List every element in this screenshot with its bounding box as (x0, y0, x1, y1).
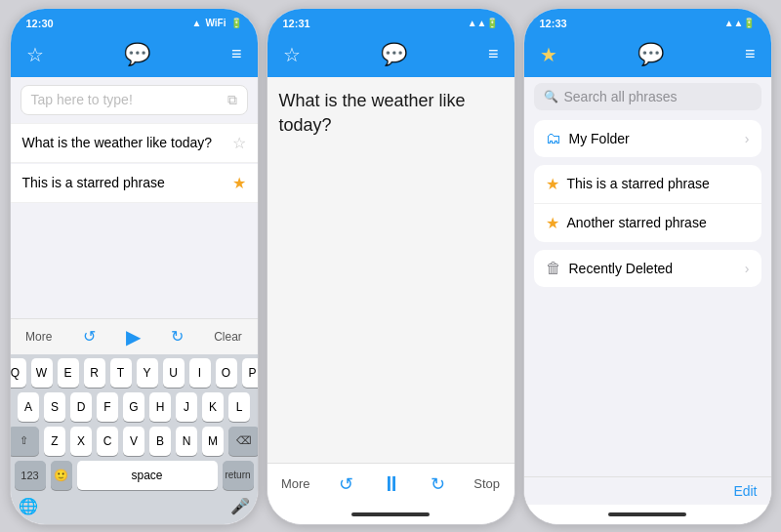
starred-item-1[interactable]: ★ This is a starred phrase (534, 165, 761, 204)
undo-button-1[interactable]: ↺ (83, 327, 96, 346)
key-space[interactable]: space (77, 461, 218, 490)
redo-button-2[interactable]: ↻ (431, 473, 445, 495)
header-1: ☆ 💬 ≡ (11, 36, 258, 77)
star-icon-1[interactable]: ☆ (26, 43, 44, 66)
star-icon-2[interactable]: ☆ (283, 43, 301, 66)
key-l[interactable]: L (228, 392, 250, 422)
phrase-list: What is the weather like today? ☆ This i… (11, 119, 258, 203)
key-c[interactable]: C (97, 427, 118, 456)
key-i[interactable]: I (189, 358, 211, 388)
kb-row-2: A S D F G H J K L (13, 392, 256, 422)
key-s[interactable]: S (44, 392, 65, 422)
display-text: What is the weather like today? (279, 89, 503, 138)
home-indicator-3 (608, 512, 686, 516)
key-p[interactable]: P (242, 358, 259, 388)
phrase-text-1: What is the weather like today? (22, 135, 213, 150)
message-icon-2[interactable]: 💬 (381, 42, 407, 67)
phrase-item-2[interactable]: This is a starred phrase ★ (11, 164, 258, 203)
menu-icon-1[interactable]: ≡ (231, 44, 242, 64)
copy-icon: ⧉ (227, 92, 237, 108)
pause-button-2[interactable]: ⏸ (381, 471, 402, 497)
starred-phrase-1: This is a starred phrase (567, 176, 710, 191)
starred-item-2[interactable]: ★ Another starred phrase (534, 204, 761, 242)
star-selected-2[interactable]: ★ (232, 174, 246, 192)
phone-2: 12:31 ▲▲🔋 ☆ 💬 ≡ What is the weather like… (267, 8, 515, 525)
key-m[interactable]: M (202, 427, 224, 456)
stop-button-2[interactable]: Stop (473, 476, 500, 491)
message-icon-1[interactable]: 💬 (124, 42, 150, 67)
key-x[interactable]: X (70, 427, 92, 456)
search-placeholder-3: Search all phrases (564, 89, 678, 104)
star-unselected-1[interactable]: ☆ (232, 134, 246, 152)
recently-deleted-item[interactable]: 🗑 Recently Deleted › (534, 250, 761, 287)
phrase-text-2: This is a starred phrase (22, 175, 165, 190)
key-o[interactable]: O (216, 358, 237, 388)
chevron-icon-folder: › (745, 131, 750, 146)
menu-icon-3[interactable]: ≡ (745, 44, 756, 64)
key-k[interactable]: K (202, 392, 224, 422)
key-f[interactable]: F (97, 392, 118, 422)
status-bar-1: 12:30 ▲ WiFi 🔋 (11, 9, 258, 36)
time-3: 12:33 (540, 18, 567, 29)
play-button-1[interactable]: ▶ (126, 325, 141, 348)
key-return[interactable]: return (223, 461, 254, 490)
recently-deleted-label: Recently Deleted (569, 261, 737, 276)
key-h[interactable]: H (149, 392, 171, 422)
key-u[interactable]: U (163, 358, 185, 388)
phone-1: 12:30 ▲ WiFi 🔋 ☆ 💬 ≡ Tap here to type! ⧉… (10, 8, 259, 525)
key-t[interactable]: T (110, 358, 132, 388)
starred-phrase-2: Another starred phrase (567, 215, 707, 230)
message-icon-3[interactable]: 💬 (637, 42, 664, 67)
key-123[interactable]: 123 (15, 461, 46, 490)
more-button-1[interactable]: More (25, 330, 52, 344)
key-z[interactable]: Z (44, 427, 65, 456)
key-a[interactable]: A (18, 392, 39, 422)
edit-button[interactable]: Edit (733, 483, 757, 499)
home-indicator-2 (351, 512, 430, 516)
keyboard-1: Q W E R T Y U I O P A S D F G H J K L (11, 354, 258, 524)
phrase-item-1[interactable]: What is the weather like today? ☆ (11, 123, 258, 163)
folder-icon: 🗂 (546, 130, 561, 147)
mic-icon[interactable]: 🎤 (230, 497, 250, 515)
time-1: 12:30 (26, 18, 54, 29)
status-bar-3: 12:33 ▲▲🔋 (524, 9, 771, 36)
key-b[interactable]: B (149, 427, 171, 456)
key-d[interactable]: D (70, 392, 92, 422)
status-icons-1: ▲ WiFi 🔋 (192, 18, 242, 28)
star-icon-3[interactable]: ★ (540, 43, 557, 66)
kb-row-3: ⇧ Z X C V B N M ⌫ (13, 427, 256, 456)
key-g[interactable]: G (123, 392, 144, 422)
home-bar-3 (524, 505, 771, 524)
clear-button-1[interactable]: Clear (214, 330, 242, 344)
controls-bar-1: More ↺ ▶ ↻ Clear (11, 318, 258, 354)
starred-section: ★ This is a starred phrase ★ Another sta… (534, 165, 761, 242)
trash-icon: 🗑 (546, 260, 561, 277)
star-icon-starred-1: ★ (546, 175, 559, 193)
menu-icon-2[interactable]: ≡ (488, 44, 499, 64)
status-bar-2: 12:31 ▲▲🔋 (267, 9, 514, 36)
header-2: ☆ 💬 ≡ (267, 36, 514, 77)
key-emoji[interactable]: 🙂 (51, 461, 72, 490)
key-n[interactable]: N (176, 427, 197, 456)
status-icons-3: ▲▲🔋 (724, 18, 756, 28)
star-icon-starred-2: ★ (546, 214, 559, 232)
input-placeholder: Tap here to type! (31, 92, 133, 107)
key-r[interactable]: R (84, 358, 105, 388)
key-q[interactable]: Q (10, 358, 26, 388)
key-v[interactable]: V (123, 427, 144, 456)
redo-button-1[interactable]: ↻ (171, 327, 184, 346)
search-bar-3[interactable]: 🔍 Search all phrases (534, 83, 761, 110)
more-button-2[interactable]: More (281, 476, 310, 491)
key-j[interactable]: J (176, 392, 197, 422)
key-shift[interactable]: ⇧ (10, 427, 40, 456)
key-w[interactable]: W (31, 358, 53, 388)
key-e[interactable]: E (58, 358, 79, 388)
folder-item[interactable]: 🗂 My Folder › (534, 120, 761, 157)
search-icon-3: 🔍 (544, 90, 558, 103)
folder-name: My Folder (569, 131, 737, 146)
key-delete[interactable]: ⌫ (228, 427, 259, 456)
text-input-bar[interactable]: Tap here to type! ⧉ (21, 85, 248, 115)
key-y[interactable]: Y (137, 358, 158, 388)
undo-button-2[interactable]: ↺ (339, 473, 353, 495)
globe-icon[interactable]: 🌐 (19, 497, 38, 515)
